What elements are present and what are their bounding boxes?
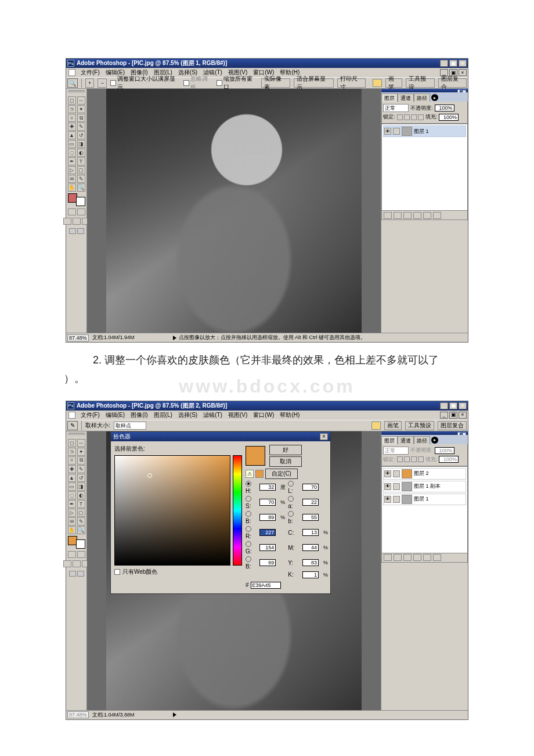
visibility-icon[interactable]: 👁 bbox=[384, 483, 391, 490]
ok-button[interactable]: 好 bbox=[269, 445, 302, 455]
radio-l[interactable] bbox=[288, 481, 294, 487]
marquee-tool-icon[interactable]: ◻ bbox=[68, 439, 76, 447]
pen-tool-icon[interactable]: ▷ bbox=[68, 166, 76, 174]
toolbox-grip[interactable] bbox=[68, 433, 85, 438]
screenmode-2-icon[interactable] bbox=[73, 218, 81, 225]
h-input[interactable]: 32 bbox=[259, 484, 276, 491]
blend-mode-select[interactable]: 正常 bbox=[383, 104, 409, 112]
zoom-field[interactable]: 87.48% bbox=[67, 711, 89, 718]
visibility-icon[interactable]: 👁 bbox=[384, 128, 391, 135]
only-web-checkbox[interactable]: 只有Web颜色 bbox=[114, 568, 242, 576]
menu-file[interactable]: 文件(F) bbox=[79, 69, 102, 77]
canvas[interactable] bbox=[87, 89, 381, 333]
panel-tab-channels[interactable]: 通道 bbox=[398, 93, 414, 102]
cancel-button[interactable]: 取消 bbox=[269, 456, 302, 467]
panel-tab-channels[interactable]: 通道 bbox=[398, 436, 414, 444]
menu-layer[interactable]: 图层(L) bbox=[152, 411, 174, 419]
actual-pixels-button[interactable]: 实际像素 bbox=[261, 78, 290, 88]
blur-tool-icon[interactable]: ◌ bbox=[68, 491, 76, 499]
new-layer-button[interactable] bbox=[423, 212, 431, 219]
tool-preset-button[interactable]: 🔍 bbox=[67, 78, 78, 88]
screenmode-2-icon[interactable] bbox=[73, 560, 81, 567]
blend-mode-select[interactable]: 正常 bbox=[383, 447, 409, 455]
gradient-tool-icon[interactable]: ◨ bbox=[77, 140, 85, 148]
standard-mode-icon[interactable] bbox=[68, 208, 76, 215]
picker-close-button[interactable]: × bbox=[320, 433, 328, 440]
zoom-field[interactable]: 87.48% bbox=[67, 334, 89, 341]
jump-arrow-icon[interactable] bbox=[77, 571, 84, 577]
layer-name[interactable]: 图层 1 副本 bbox=[414, 483, 441, 490]
link-icon[interactable] bbox=[393, 128, 400, 135]
link-icon[interactable] bbox=[393, 470, 400, 477]
well-tab-toolpresets[interactable]: 工具预设 bbox=[405, 421, 434, 430]
eraser-tool-icon[interactable]: ▭ bbox=[68, 140, 76, 148]
a-input[interactable]: 22 bbox=[302, 499, 319, 506]
folder-button[interactable] bbox=[403, 212, 412, 219]
stamp-tool-icon[interactable]: ▲ bbox=[68, 131, 76, 139]
adjust-button[interactable] bbox=[413, 212, 421, 219]
lock-all-icon[interactable] bbox=[418, 114, 424, 120]
history-brush-icon[interactable]: ↺ bbox=[77, 474, 85, 482]
radio-h[interactable] bbox=[246, 481, 251, 487]
lock-position-icon[interactable] bbox=[411, 456, 417, 462]
fill-input[interactable]: 100% bbox=[439, 114, 459, 121]
menu-select[interactable]: 选择(S) bbox=[176, 411, 199, 419]
radio-bc[interactable] bbox=[246, 556, 251, 562]
fx-button[interactable] bbox=[384, 212, 392, 219]
screenmode-1-icon[interactable] bbox=[63, 218, 71, 225]
radio-s[interactable] bbox=[246, 496, 251, 502]
link-icon[interactable] bbox=[393, 483, 400, 490]
layer-name[interactable]: 图层 2 bbox=[414, 470, 429, 477]
gradient-tool-icon[interactable]: ◨ bbox=[77, 483, 85, 491]
bc-input[interactable]: 69 bbox=[259, 559, 276, 566]
fill-input[interactable]: 100% bbox=[439, 456, 459, 463]
layer-name[interactable]: 图层 1 bbox=[414, 495, 429, 503]
color-cursor[interactable] bbox=[147, 473, 152, 478]
radio-a[interactable] bbox=[288, 496, 294, 502]
l-input[interactable]: 70 bbox=[302, 484, 319, 491]
fit-screen-button[interactable]: 适合屏幕显示 bbox=[294, 78, 334, 88]
eyedropper-tool-icon[interactable]: ✎ bbox=[77, 175, 85, 183]
r-input[interactable]: 227 bbox=[259, 529, 276, 536]
custom-button[interactable]: 自定(C) bbox=[265, 469, 298, 479]
wand-tool-icon[interactable]: ✦ bbox=[77, 448, 85, 456]
tool-preset-button[interactable]: ✎ bbox=[67, 421, 78, 430]
palette-well-icon[interactable] bbox=[373, 79, 382, 87]
doc-minimize-button[interactable]: _ bbox=[440, 412, 448, 419]
jump-arrow-icon[interactable] bbox=[77, 228, 84, 234]
blur-tool-icon[interactable]: ◌ bbox=[68, 149, 76, 157]
panel-tab-paths[interactable]: 路径 bbox=[414, 93, 430, 102]
c-input[interactable]: 13 bbox=[302, 529, 319, 536]
gamut-warning-icon[interactable]: ⚠ bbox=[246, 470, 254, 478]
panel-menu-icon[interactable]: ▸ bbox=[431, 94, 438, 101]
hand-tool-icon[interactable]: ✋ bbox=[68, 183, 76, 192]
brush-tool-icon[interactable]: ✎ bbox=[77, 465, 85, 473]
menu-view[interactable]: 视图(V) bbox=[226, 411, 249, 419]
lock-image-icon[interactable] bbox=[404, 114, 410, 120]
trash-button[interactable] bbox=[433, 212, 441, 219]
wand-tool-icon[interactable]: ✦ bbox=[77, 105, 85, 113]
notes-tool-icon[interactable]: ✉ bbox=[68, 175, 76, 183]
visibility-icon[interactable]: 👁 bbox=[384, 496, 391, 503]
doc-restore-button[interactable]: ▣ bbox=[449, 412, 457, 419]
layer-row[interactable]: 👁 图层 1 bbox=[383, 125, 466, 137]
layer-row[interactable]: 👁 图层 2 bbox=[383, 468, 466, 480]
minimize-button[interactable]: _ bbox=[440, 60, 448, 67]
crop-tool-icon[interactable]: ⌗ bbox=[68, 456, 76, 465]
layer-row[interactable]: 👁 图层 1 副本 bbox=[383, 481, 466, 492]
maximize-button[interactable]: ▣ bbox=[449, 60, 457, 67]
layer-row[interactable]: 👁 图层 1 bbox=[383, 494, 466, 505]
well-tab-layercomps[interactable]: 图层复合 bbox=[438, 421, 467, 430]
jump-to-icon[interactable] bbox=[69, 571, 76, 577]
dodge-tool-icon[interactable]: ◐ bbox=[77, 491, 85, 499]
background-swatch[interactable] bbox=[76, 197, 85, 206]
path-tool-icon[interactable]: ✒ bbox=[68, 500, 76, 508]
panel-tab-layers[interactable]: 图层 bbox=[381, 93, 398, 102]
link-icon[interactable] bbox=[393, 496, 400, 503]
adjust-button[interactable] bbox=[413, 554, 421, 561]
crop-tool-icon[interactable]: ⌗ bbox=[68, 114, 76, 122]
radio-r[interactable] bbox=[246, 526, 251, 532]
opacity-input[interactable]: 100% bbox=[435, 105, 454, 111]
menu-filter[interactable]: 滤镜(T) bbox=[201, 411, 224, 419]
minimize-button[interactable]: _ bbox=[440, 402, 448, 409]
